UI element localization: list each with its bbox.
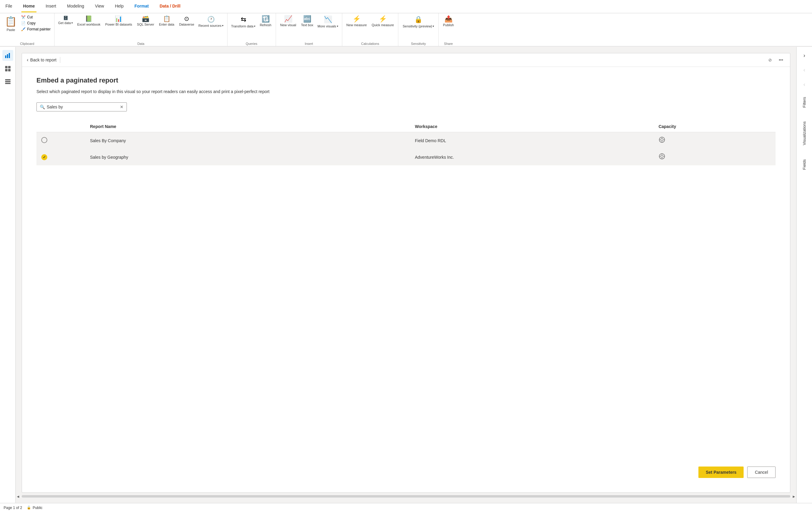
table-header-row: Report Name Workspace Capacity [36,121,776,132]
fields-tab[interactable]: Fields [802,157,807,172]
publish-button[interactable]: 📤 Publish [441,14,456,28]
recent-sources-arrow: ▾ [222,24,224,27]
sql-server-button[interactable]: 🗃️ SQL Server [135,14,156,28]
text-box-button[interactable]: 🔤 Text box [299,14,315,28]
quick-measure-button[interactable]: ⚡ Quick measure [370,14,396,28]
col-header-workspace: Workspace [410,121,654,132]
new-measure-icon: ⚡ [352,16,361,22]
filter-icon-btn[interactable]: ⊘ [766,56,774,64]
right-nav-back-btn[interactable]: › [799,50,811,61]
share-group-label: Share [441,42,456,46]
quick-measure-icon: ⚡ [379,16,387,22]
new-visual-icon: 📈 [284,16,292,22]
menu-modeling[interactable]: Modeling [65,1,86,12]
dialog-description: Select which paginated report to display… [36,89,308,94]
transform-label: Transform data [231,24,253,28]
right-nav-forward-btn[interactable]: ‹ [799,64,811,76]
action-row: Set Parameters Cancel [698,466,776,478]
set-parameters-button[interactable]: Set Parameters [698,466,744,478]
ribbon-group-share: 📤 Publish Share [439,13,458,46]
dialog-panel: ‹ Back to report ⊘ ••• Embed a paginated… [22,53,790,493]
row2-capacity [654,149,776,165]
paste-button[interactable]: 📋 Paste [2,14,19,33]
cut-icon: ✂️ [21,15,26,19]
svg-point-11 [661,139,663,141]
row2-name: Sales by Geography [85,149,410,165]
filters-tab[interactable]: Filters [802,95,807,110]
transform-data-button[interactable]: ⇆ Transform data ▾ [230,14,257,29]
menu-data-drill[interactable]: Data / Drill [158,1,182,12]
search-icon: 🔍 [40,104,45,109]
clipboard-right: ✂️ Cut 📄 Copy 🖌️ Format painter [20,14,52,32]
row2-radio-cell[interactable] [36,149,85,165]
sidebar-icon-report[interactable] [2,50,13,61]
row1-workspace: Field Demo RDL [410,132,654,149]
scroll-track[interactable] [22,495,790,498]
ribbon-group-sensitivity: 🔒 Sensitivity (preview) ▾ Sensitivity [398,13,439,46]
insert-group-label: Insert [279,42,340,46]
row1-radio[interactable] [41,137,47,143]
more-visuals-button[interactable]: 📉 More visuals ▾ [316,14,340,29]
copy-button[interactable]: 📄 Copy [20,21,52,26]
copy-icon: 📄 [21,21,26,25]
svg-rect-9 [5,83,10,84]
enter-data-label: Enter data [159,23,174,27]
calculations-items: ⚡ New measure ⚡ Quick measure [345,14,396,41]
sidebar-icon-data[interactable] [2,63,13,74]
report-table: Report Name Workspace Capacity Sales By … [36,121,776,165]
visualizations-tab[interactable]: Visualizations [802,119,807,148]
row2-radio[interactable] [41,154,47,160]
search-box[interactable]: 🔍 ✕ [36,102,127,112]
text-box-icon: 🔤 [303,16,311,22]
svg-rect-2 [9,53,10,58]
recent-sources-button[interactable]: 🕐 Recent sources ▾ [197,14,225,29]
scroll-right-arrow[interactable]: ▶ [791,494,796,499]
get-data-button[interactable]: 🗄️ Get data ▾ [57,14,74,26]
dataverse-label: Dataverse [179,23,194,27]
powerbi-label: Power BI datasets [105,23,132,27]
search-input[interactable] [47,104,119,109]
scroll-left-arrow[interactable]: ◀ [16,494,21,499]
cancel-button[interactable]: Cancel [747,466,776,478]
right-nav-extra-btn[interactable]: ‹ [799,78,811,90]
refresh-button[interactable]: 🔃 Refresh [258,14,273,28]
back-label: Back to report [30,58,56,62]
svg-point-17 [661,155,663,157]
more-options-btn[interactable]: ••• [777,56,785,64]
row2-workspace: AdventureWorks Inc. [410,149,654,165]
col-header-capacity: Capacity [654,121,776,132]
public-icon: 🔓 [27,506,31,510]
menu-format[interactable]: Format [133,1,150,12]
format-painter-button[interactable]: 🖌️ Format painter [20,27,52,32]
svg-rect-4 [8,66,10,68]
table-row[interactable]: Sales By Company Field Demo RDL [36,132,776,149]
cut-button[interactable]: ✂️ Cut [20,14,52,20]
sensitivity-button[interactable]: 🔒 Sensitivity (preview) ▾ [401,14,436,29]
sidebar-icon-model[interactable] [2,77,13,87]
right-panel-labels: Filters Visualizations Fields [802,95,807,172]
row1-radio-cell[interactable] [36,132,85,149]
sensitivity-items: 🔒 Sensitivity (preview) ▾ [401,14,436,41]
ribbon-group-queries: ⇆ Transform data ▾ 🔃 Refresh Queries [228,13,276,46]
svg-rect-0 [5,55,6,58]
sql-icon: 🗃️ [142,16,149,22]
table-row[interactable]: Sales by Geography AdventureWorks Inc. [36,149,776,165]
new-visual-button[interactable]: 📈 New visual [279,14,298,28]
right-panel: › ‹ ‹ Filters Visualizations Fields [796,47,812,505]
menu-view[interactable]: View [93,1,106,12]
menu-help[interactable]: Help [113,1,125,12]
clear-search-icon[interactable]: ✕ [120,104,123,109]
power-bi-datasets-button[interactable]: 📊 Power BI datasets [103,14,134,28]
dataverse-button[interactable]: ⊙ Dataverse [177,14,196,28]
paste-icon: 📋 [5,16,17,27]
menu-file[interactable]: File [4,1,14,12]
excel-workbook-button[interactable]: 📗 Excel workbook [75,14,102,28]
back-to-report-button[interactable]: ‹ Back to report [27,56,56,64]
recent-sources-icon: 🕐 [207,16,215,23]
main-content: ‹ Back to report ⊘ ••• Embed a paginated… [16,47,796,499]
new-measure-button[interactable]: ⚡ New measure [345,14,369,28]
page-label: Page 1 of 2 [4,506,22,510]
menu-insert[interactable]: Insert [44,1,58,12]
enter-data-button[interactable]: 📋 Enter data [157,14,176,28]
menu-home[interactable]: Home [21,1,37,12]
